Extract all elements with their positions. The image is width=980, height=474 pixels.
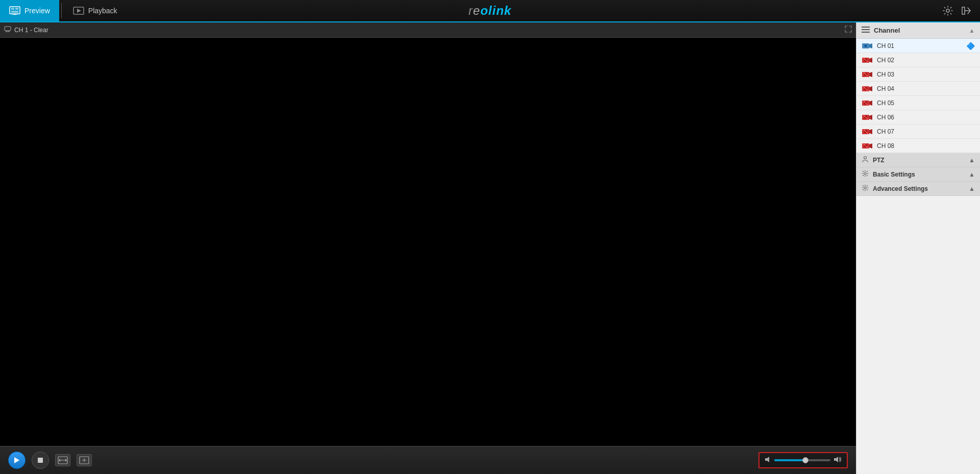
channel-label-ch02: CH 02 [877,57,894,64]
channel-list-icon [862,26,870,35]
ptz-section-header[interactable]: PTZ ▲ [856,153,980,167]
fit-window-button[interactable] [55,454,70,466]
camera-icon-ch08 [862,142,873,150]
camera-icon-ch06 [862,113,873,121]
settings-icon-btn[interactable] [940,3,955,18]
tab-playback[interactable]: Playback [64,0,127,21]
svg-marker-40 [869,86,872,91]
channel-list: CH 01 🔷 CH 02 [856,39,980,153]
camera-icon-ch05 [862,99,873,107]
channel-header-label: Channel [874,27,900,34]
topbar-right-icons [940,3,980,18]
basic-settings-gear-icon [862,170,869,179]
channel-label-ch07: CH 07 [877,128,894,135]
channel-header[interactable]: Channel ▲ [856,22,980,39]
channel-item-ch01[interactable]: CH 01 🔷 [856,39,980,53]
advanced-settings-gear-icon [862,184,869,193]
expand-icon[interactable] [845,26,852,34]
svg-marker-44 [869,101,872,106]
svg-marker-36 [869,72,872,77]
volume-control [758,452,848,468]
channel-label-ch05: CH 05 [877,99,894,107]
main-area: CH 1 - Clear [0,22,980,474]
ptz-collapse-icon[interactable]: ▲ [969,157,975,164]
svg-marker-22 [765,457,769,462]
svg-rect-26 [862,32,870,33]
svg-marker-23 [834,457,838,462]
camera-icon-ch01 [862,42,873,50]
svg-point-59 [864,157,867,159]
camera-icon-ch03 [862,70,873,79]
channel-item-ch03[interactable]: CH 03 [856,67,980,82]
svg-rect-9 [5,27,11,31]
tab-playback-label: Playback [88,7,117,15]
tab-preview[interactable]: Preview [0,0,59,21]
svg-marker-17 [59,459,60,462]
video-title: CH 1 - Clear [14,27,48,34]
channel-header-collapse-icon[interactable]: ▲ [969,27,975,34]
playback-icon [73,6,84,15]
basic-settings-collapse-icon[interactable]: ▲ [969,171,975,178]
right-panel-empty [856,196,980,474]
svg-rect-1 [11,8,14,10]
svg-rect-2 [15,8,18,10]
volume-mute-icon[interactable] [765,456,771,464]
video-content [0,38,856,446]
video-titlebar-monitor-icon [4,26,11,34]
advanced-settings-collapse-icon[interactable]: ▲ [969,185,975,192]
channel-label-ch01: CH 01 [877,42,894,49]
channel-item-ch02[interactable]: CH 02 [856,53,980,67]
svg-marker-48 [869,115,872,120]
svg-marker-52 [869,129,872,134]
topbar: Preview Playback reolink [0,0,980,22]
camera-icon-ch07 [862,128,873,136]
ptz-person-icon [862,156,869,164]
advanced-settings-label: Advanced Settings [873,185,928,192]
svg-rect-5 [12,14,18,15]
svg-point-60 [864,172,866,174]
camera-icon-ch04 [862,85,873,93]
ptz-label: PTZ [873,157,885,164]
channel-badge-ch01: 🔷 [966,42,975,50]
channel-label-ch03: CH 03 [877,71,894,78]
preview-icon [9,6,20,15]
channel-item-ch06[interactable]: CH 06 [856,110,980,124]
right-panel: Channel ▲ CH 01 🔷 [856,22,980,474]
camera-icon-ch02 [862,56,873,64]
channel-item-ch07[interactable]: CH 07 [856,124,980,139]
channel-item-ch08[interactable]: CH 08 [856,139,980,153]
volume-slider-thumb[interactable] [802,457,808,463]
video-controls [0,446,856,474]
tab-divider [61,3,62,18]
svg-marker-56 [869,143,872,148]
logout-icon-btn[interactable] [959,3,974,18]
video-titlebar: CH 1 - Clear [0,22,856,38]
channel-label-ch08: CH 08 [877,142,894,149]
svg-marker-13 [14,457,19,463]
play-button[interactable] [8,452,26,469]
channel-item-ch05[interactable]: CH 05 [856,96,980,110]
volume-max-icon[interactable] [834,456,842,464]
svg-point-30 [865,45,867,46]
svg-marker-32 [869,58,872,63]
fullscreen-button[interactable] [77,454,92,466]
channel-item-ch04[interactable]: CH 04 [856,82,980,96]
volume-slider[interactable] [774,459,830,461]
svg-rect-24 [862,27,870,28]
video-panel: CH 1 - Clear [0,22,856,474]
svg-rect-3 [11,11,18,13]
app-logo: reolink [469,4,511,18]
stop-button[interactable] [32,452,49,469]
advanced-settings-header[interactable]: Advanced Settings ▲ [856,182,980,196]
channel-label-ch04: CH 04 [877,85,894,92]
volume-slider-fill [774,459,805,461]
tab-preview-label: Preview [24,7,50,15]
channel-label-ch06: CH 06 [877,114,894,121]
svg-marker-7 [77,9,81,13]
svg-marker-28 [869,43,872,48]
svg-point-61 [864,187,866,189]
basic-settings-header[interactable]: Basic Settings ▲ [856,167,980,182]
basic-settings-label: Basic Settings [873,171,915,178]
svg-rect-25 [862,29,870,30]
svg-marker-18 [65,459,67,462]
